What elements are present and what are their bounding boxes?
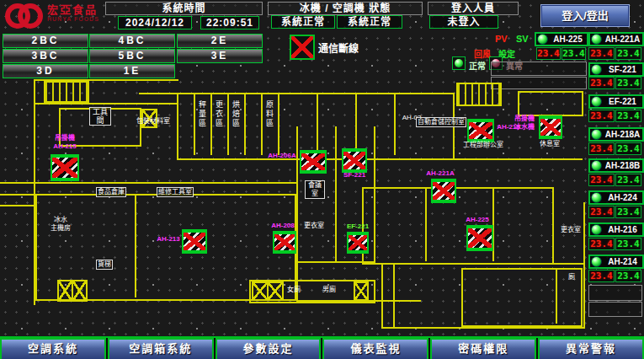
room-label: 原料區: [264, 100, 275, 128]
wall-segment: [335, 126, 337, 263]
marker-label: 吊掛機 冰水機: [512, 115, 537, 131]
comm-loss-marker-hoist[interactable]: [539, 115, 562, 139]
room-outline: [461, 268, 583, 327]
marker-label: AH-221A: [423, 169, 458, 178]
wall-segment: [381, 263, 383, 329]
normal-led-icon: [452, 56, 466, 70]
unit-button-ah-216[interactable]: AH-216: [588, 222, 644, 237]
wall-segment: [583, 202, 585, 329]
chiller-status: 系統正常: [271, 15, 335, 29]
pv-value-ah-218a: 23.4: [588, 142, 615, 155]
unit-button-ah-221a[interactable]: AH-221A: [588, 32, 644, 46]
date-display: 2024/12/12: [118, 16, 192, 29]
floor-button-2bc[interactable]: 2BC: [3, 34, 88, 48]
normal-label: 正常: [469, 59, 486, 72]
room-label: 工具間: [89, 107, 111, 126]
room-label: 冰水 主機房: [44, 216, 77, 233]
nav-alarm-button[interactable]: 異常警報: [538, 338, 644, 359]
nav-ac-system-button[interactable]: 空調系統: [0, 338, 106, 359]
stairs-icon: [44, 81, 89, 103]
comm-loss-marker-ah-225[interactable]: [466, 225, 493, 251]
marker-label: AH-213: [155, 235, 182, 244]
floor-button-4bc[interactable]: 4BC: [89, 34, 175, 48]
comm-loss-marker-ah-215[interactable]: [51, 154, 79, 181]
status-led-icon: [591, 224, 602, 235]
wall-segment: [394, 94, 396, 155]
brand-logo-icon: [5, 3, 45, 29]
unit-button-ah-224[interactable]: AH-224: [588, 190, 644, 205]
nav-meter-monitor-button[interactable]: 儀表監視: [322, 338, 428, 359]
pv-desc-label: 回風: [474, 47, 491, 60]
pv-header: PV: [495, 34, 508, 44]
room-label: 更衣區: [214, 100, 225, 128]
empty-slot: [491, 62, 587, 76]
wall-segment: [317, 94, 318, 155]
comm-loss-marker-ah-221a[interactable]: [431, 179, 456, 203]
floor-button-5bc[interactable]: 5BC: [89, 49, 175, 63]
comm-loss-marker-ah-208[interactable]: [273, 231, 296, 254]
wall-segment: [425, 187, 427, 261]
sv-value-ah-225: 23.4: [562, 47, 586, 60]
marker-label: EF-221: [343, 222, 372, 231]
unit-button-ah-225[interactable]: AH-225: [535, 32, 588, 46]
comm-loss-marker-ah-213[interactable]: [182, 229, 207, 254]
sv-value-ah-218a: 23.4: [615, 142, 641, 155]
room-label: 休息室: [537, 140, 562, 148]
comm-loss-label: 通信斷線: [318, 40, 359, 55]
status-led-icon: [591, 160, 602, 171]
floor-button-2e[interactable]: 2E: [177, 34, 263, 48]
unit-button-ah-214[interactable]: AH-214: [588, 255, 644, 269]
wall-segment: [393, 263, 395, 329]
nav-password-auth-button[interactable]: 密碼權限: [430, 338, 536, 359]
status-led-icon: [591, 34, 602, 45]
comm-loss-marker-ah-206a[interactable]: [300, 150, 327, 174]
brand-block: 宏亞食品 HUNYA FOODS: [47, 3, 99, 22]
floor-button-3bc[interactable]: 3BC: [3, 49, 88, 63]
pv-value-ah-221a: 23.4: [588, 47, 615, 60]
sv-value-ah-221a: 23.4: [615, 47, 641, 60]
wall-segment: [455, 158, 583, 160]
room-label: 秤量區: [197, 100, 208, 128]
nav-ahu-system-button[interactable]: 空調箱系統: [108, 338, 214, 359]
pv-value-ah-216: 23.4: [588, 238, 615, 250]
elevator-icon: [252, 281, 269, 301]
ac-status: 系統正常: [337, 15, 402, 29]
room-label: 食品倉庫: [96, 187, 126, 197]
login-logout-button[interactable]: 登入/登出: [540, 4, 630, 27]
empty-slot: [588, 285, 642, 301]
unit-button-ah-218b[interactable]: AH-218B: [588, 158, 644, 173]
login-user-label: 登入人員: [428, 2, 519, 15]
floor-button-3e[interactable]: 3E: [177, 49, 263, 63]
comm-loss-marker-sf-221[interactable]: [342, 148, 367, 173]
sv-header: SV: [516, 34, 529, 44]
empty-slot: [491, 77, 587, 89]
status-led-icon: [591, 256, 602, 267]
floor-button-3d[interactable]: 3D: [3, 64, 88, 78]
marker-label: AH-225: [461, 216, 493, 224]
pv-value-ah-224: 23.4: [588, 206, 615, 218]
wall-segment: [210, 94, 212, 155]
comm-loss-marker-ah-218[interactable]: [467, 119, 494, 142]
sv-value-ah-224: 23.4: [615, 206, 641, 218]
room-label: 維修工具室: [157, 187, 194, 197]
status-led-icon: [537, 34, 548, 45]
room-label: 更衣室: [301, 222, 327, 230]
sv-value-ah-218b: 23.4: [615, 174, 641, 186]
room-outline: [362, 187, 554, 265]
unit-button-ah-218a[interactable]: AH-218A: [588, 127, 644, 142]
wall-segment: [194, 94, 195, 155]
wall-segment: [296, 300, 421, 302]
nav-parameter-set-button[interactable]: 參數設定: [216, 338, 322, 359]
time-display: 22:09:51: [200, 16, 259, 29]
floor-button-1e[interactable]: 1E: [89, 64, 175, 78]
sv-value-sf-221: 23.4: [615, 77, 641, 89]
pv-value-sf-221: 23.4: [588, 77, 615, 89]
elevator-icon: [267, 281, 284, 301]
unit-button-sf-221[interactable]: SF-221: [588, 62, 644, 77]
unit-button-ef-221[interactable]: EF-221: [588, 94, 644, 109]
pv-value-ef-221: 23.4: [588, 110, 615, 122]
bottom-nav: 空調系統 空調箱系統 參數設定 儀表監視 密碼權限 異常警報: [0, 336, 644, 359]
comm-loss-marker-ef-221[interactable]: [347, 232, 369, 254]
status-led-icon: [591, 192, 602, 203]
room-label: 更衣室: [559, 226, 583, 234]
